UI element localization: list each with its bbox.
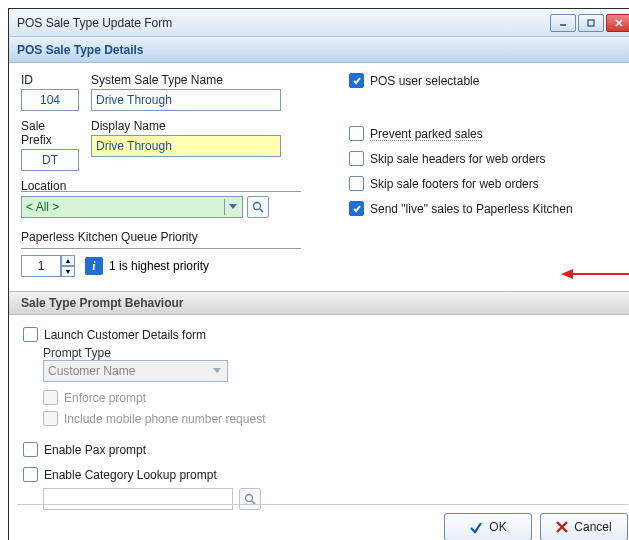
enable-pax-label: Enable Pax prompt <box>44 443 146 457</box>
skip-headers-label: Skip sale headers for web orders <box>370 152 545 166</box>
skip-headers-checkbox[interactable] <box>349 151 364 166</box>
section-header: POS Sale Type Details <box>9 37 629 63</box>
behaviour-header: Sale Type Prompt Behaviour <box>9 291 629 315</box>
minimize-button[interactable] <box>550 14 576 32</box>
x-icon <box>556 521 568 533</box>
info-icon: i <box>85 257 103 275</box>
svg-marker-4 <box>229 204 237 209</box>
launch-customer-label: Launch Customer Details form <box>44 328 206 342</box>
prefix-label: Sale Prefix <box>21 119 79 147</box>
cancel-button[interactable]: Cancel <box>540 513 628 540</box>
skip-footers-label: Skip sale footers for web orders <box>370 177 539 191</box>
location-value: < All > <box>26 200 59 214</box>
svg-marker-8 <box>561 269 573 279</box>
check-icon <box>469 520 483 534</box>
send-live-label: Send "live" sales to Paperless Kitchen <box>370 202 573 216</box>
cancel-label: Cancel <box>574 520 611 534</box>
svg-rect-1 <box>588 20 594 26</box>
location-label: Location <box>21 179 66 193</box>
svg-point-5 <box>254 203 261 210</box>
callout-arrow-icon <box>561 267 629 281</box>
behaviour-title: Sale Type Prompt Behaviour <box>21 296 184 310</box>
titlebar: POS Sale Type Update Form <box>9 9 629 37</box>
category-lookup-field[interactable] <box>43 488 233 510</box>
ok-button[interactable]: OK <box>444 513 532 540</box>
svg-marker-9 <box>213 368 221 373</box>
enforce-prompt-checkbox <box>43 390 58 405</box>
priority-value[interactable] <box>21 255 61 277</box>
close-button[interactable] <box>606 14 629 32</box>
id-field[interactable] <box>21 89 79 111</box>
prompt-type-value: Customer Name <box>48 364 135 378</box>
system-name-field[interactable] <box>91 89 281 111</box>
user-selectable-label: POS user selectable <box>370 74 479 88</box>
prevent-parked-checkbox[interactable] <box>349 126 364 141</box>
prevent-parked-label: Prevent parked sales <box>370 127 483 141</box>
system-name-label: System Sale Type Name <box>91 73 281 87</box>
spinner-up-button[interactable]: ▲ <box>61 255 75 266</box>
maximize-button[interactable] <box>578 14 604 32</box>
enable-category-checkbox[interactable] <box>23 467 38 482</box>
spinner-down-button[interactable]: ▼ <box>61 266 75 277</box>
display-name-field[interactable] <box>91 135 281 157</box>
enforce-prompt-label: Enforce prompt <box>64 391 146 405</box>
dialog-window: POS Sale Type Update Form POS Sale Type … <box>8 8 629 540</box>
id-label: ID <box>21 73 79 87</box>
location-search-button[interactable] <box>247 196 269 218</box>
location-select[interactable]: < All > <box>21 196 243 218</box>
svg-point-10 <box>246 495 253 502</box>
skip-footers-checkbox[interactable] <box>349 176 364 191</box>
divider <box>21 248 301 249</box>
category-search-button[interactable] <box>239 488 261 510</box>
send-live-checkbox[interactable] <box>349 201 364 216</box>
enable-pax-checkbox[interactable] <box>23 442 38 457</box>
chevron-down-icon <box>209 363 225 379</box>
display-name-label: Display Name <box>91 119 281 133</box>
user-selectable-checkbox[interactable] <box>349 73 364 88</box>
priority-label: Paperless Kitchen Queue Priority <box>21 230 624 244</box>
include-mobile-label: Include mobile phone number request <box>64 412 265 426</box>
prompt-type-label: Prompt Type <box>43 346 111 360</box>
footer-divider <box>17 504 628 505</box>
enable-category-label: Enable Category Lookup prompt <box>44 468 217 482</box>
launch-customer-checkbox[interactable] <box>23 327 38 342</box>
ok-label: OK <box>489 520 506 534</box>
prompt-type-combo[interactable]: Customer Name <box>43 360 228 382</box>
section-title: POS Sale Type Details <box>17 43 144 57</box>
window-title: POS Sale Type Update Form <box>17 16 550 30</box>
search-icon <box>252 201 264 213</box>
svg-line-6 <box>260 209 263 212</box>
priority-spinner[interactable]: ▲ ▼ <box>21 255 75 277</box>
include-mobile-checkbox <box>43 411 58 426</box>
prefix-field[interactable] <box>21 149 79 171</box>
priority-hint: 1 is highest priority <box>109 259 209 273</box>
chevron-down-icon <box>224 199 240 215</box>
